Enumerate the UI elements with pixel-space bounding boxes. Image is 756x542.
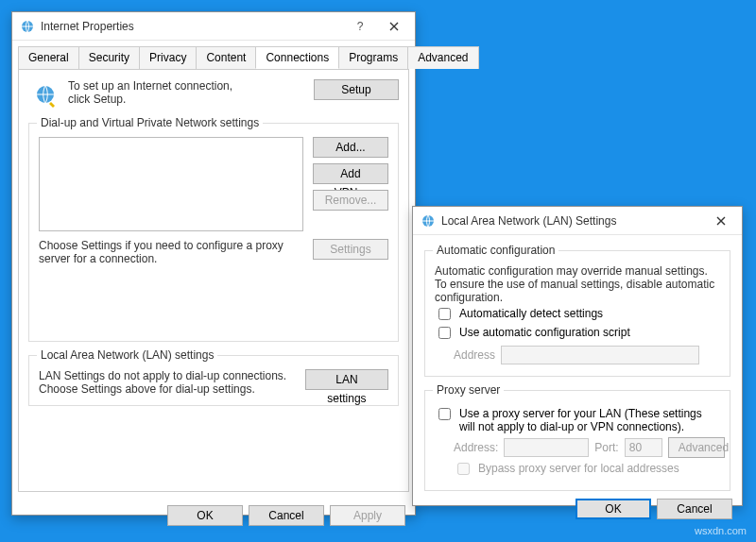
- globe-wizard-icon: [32, 83, 59, 110]
- tab-content[interactable]: Content: [196, 46, 256, 69]
- ok-button[interactable]: OK: [576, 499, 651, 519]
- tab-advanced[interactable]: Advanced: [407, 46, 478, 69]
- internet-options-icon: [20, 19, 35, 34]
- lan-settings-window: Local Area Network (LAN) Settings Automa…: [412, 206, 743, 506]
- cancel-button[interactable]: Cancel: [657, 499, 732, 519]
- address-label: Address: [454, 348, 501, 362]
- close-button[interactable]: [704, 208, 738, 234]
- apply-button: Apply: [330, 505, 405, 526]
- ok-button[interactable]: OK: [167, 505, 243, 526]
- setup-hint: To set up an Internet connection, click …: [68, 79, 257, 106]
- close-icon: [716, 216, 726, 226]
- close-button[interactable]: [377, 13, 411, 40]
- setup-button[interactable]: Setup: [314, 79, 399, 100]
- bypass-input: [457, 463, 470, 475]
- proxy-address-label: Address:: [454, 441, 498, 454]
- close-icon: [389, 22, 399, 31]
- proxy-port-label: Port:: [594, 441, 618, 454]
- bypass-checkbox: Bypass proxy server for local addresses: [454, 462, 720, 478]
- use-proxy-label: Use a proxy server for your LAN (These s…: [459, 407, 720, 433]
- window-title: Local Area Network (LAN) Settings: [441, 214, 704, 228]
- connections-listbox[interactable]: [39, 137, 303, 231]
- dialup-group-label: Dial-up and Virtual Private Network sett…: [37, 116, 263, 129]
- proxy-group-label: Proxy server: [433, 383, 504, 397]
- tab-security[interactable]: Security: [78, 46, 140, 69]
- cancel-button[interactable]: Cancel: [249, 505, 324, 526]
- tab-panel: To set up an Internet connection, click …: [18, 69, 409, 492]
- auto-script-input[interactable]: [438, 327, 451, 339]
- auto-script-checkbox[interactable]: Use automatic configuration script: [435, 326, 720, 342]
- tab-general[interactable]: General: [18, 46, 79, 69]
- dialog-body: Automatic configuration Automatic config…: [413, 235, 742, 491]
- auto-config-group: Automatic configuration Automatic config…: [424, 250, 730, 377]
- proxy-hint: Choose Settings if you need to configure…: [39, 239, 313, 265]
- auto-config-hint: Automatic configuration may override man…: [435, 264, 720, 304]
- bypass-label: Bypass proxy server for local addresses: [478, 462, 679, 475]
- tab-connections[interactable]: Connections: [255, 46, 339, 69]
- help-button[interactable]: ?: [343, 13, 377, 40]
- internet-properties-window: Internet Properties ? General Security P…: [11, 11, 416, 516]
- window-title: Internet Properties: [41, 20, 343, 33]
- auto-script-label: Use automatic configuration script: [459, 326, 630, 339]
- proxy-port-input: [625, 438, 662, 457]
- lan-group: Local Area Network (LAN) settings LAN Se…: [28, 355, 399, 406]
- tab-privacy[interactable]: Privacy: [139, 46, 197, 69]
- auto-detect-label: Automatically detect settings: [459, 307, 603, 320]
- titlebar: Internet Properties ?: [12, 12, 415, 41]
- auto-detect-checkbox[interactable]: Automatically detect settings: [435, 307, 720, 323]
- proxy-advanced-button: Advanced: [668, 437, 725, 458]
- dialog-buttons: OK Cancel: [413, 491, 742, 527]
- use-proxy-checkbox[interactable]: Use a proxy server for your LAN (These s…: [435, 407, 720, 433]
- tab-strip: General Security Privacy Content Connect…: [18, 46, 409, 69]
- tab-programs[interactable]: Programs: [338, 46, 408, 69]
- script-address-input: [501, 346, 699, 364]
- remove-button: Remove...: [313, 190, 388, 211]
- lan-group-label: Local Area Network (LAN) settings: [37, 348, 217, 362]
- auto-config-label: Automatic configuration: [433, 244, 558, 257]
- titlebar: Local Area Network (LAN) Settings: [413, 207, 742, 235]
- proxy-address-input: [504, 438, 589, 457]
- proxy-group: Proxy server Use a proxy server for your…: [424, 390, 730, 491]
- watermark: wsxdn.com: [695, 525, 747, 536]
- internet-options-icon: [421, 213, 436, 229]
- lan-settings-button[interactable]: LAN settings: [305, 369, 388, 390]
- lan-hint: LAN Settings do not apply to dial-up con…: [39, 369, 305, 396]
- dialog-buttons: OK Cancel Apply: [12, 498, 415, 534]
- add-button[interactable]: Add...: [313, 137, 388, 158]
- use-proxy-input[interactable]: [438, 408, 451, 420]
- settings-button: Settings: [313, 239, 388, 260]
- dialup-group: Dial-up and Virtual Private Network sett…: [28, 123, 399, 342]
- auto-detect-input[interactable]: [438, 308, 451, 320]
- add-vpn-button[interactable]: Add VPN...: [313, 163, 388, 184]
